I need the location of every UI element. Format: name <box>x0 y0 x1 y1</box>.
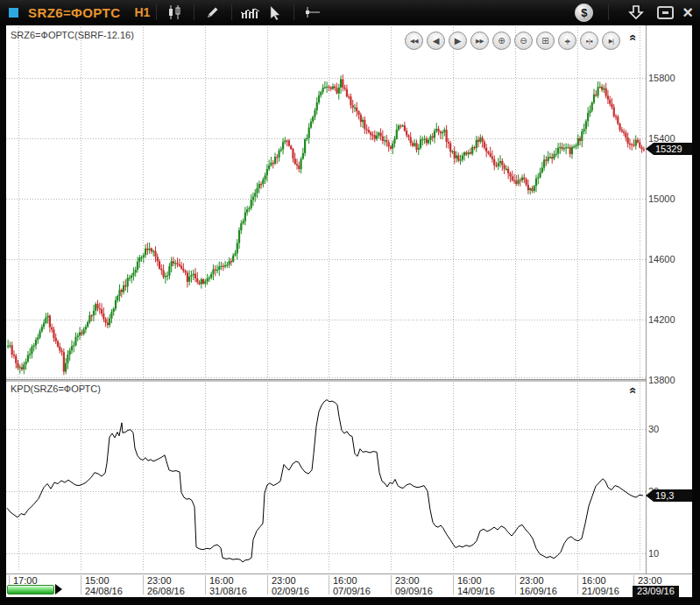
date-label: 09/09/16 <box>395 586 433 596</box>
date-label: 26/08/16 <box>147 586 185 596</box>
date-label: 24/08/16 <box>85 586 123 596</box>
indicator-icon[interactable] <box>238 3 263 22</box>
date-label: 02/09/16 <box>272 586 309 596</box>
chart-nav-toolbar: ◀◀◀▶▶▶⊕⊖⊞◂|▸▸|◂▶| <box>405 32 620 50</box>
price-axis-label: 15000 <box>648 193 675 204</box>
separator <box>608 4 609 20</box>
time-label: 23:00 <box>395 575 420 586</box>
go-to-end-button[interactable]: ▶| <box>602 32 620 50</box>
collapse-kpd-panel-icon[interactable]: » <box>626 387 638 394</box>
kpd-axis-label: 30 <box>648 424 659 434</box>
scroll-right-button[interactable]: ▶ <box>449 32 467 50</box>
time-label: 23:00 <box>638 575 662 586</box>
timeframe-label: H1 <box>134 5 150 19</box>
horizontal-scrollbar-thumb[interactable] <box>7 585 54 594</box>
minimize-icon[interactable] <box>657 6 674 19</box>
compress-scale-button[interactable]: ◂|▸ <box>558 32 576 50</box>
time-label: 23:00 <box>520 575 544 586</box>
chart-window: SRZ6=ФОРТС H1 <box>0 0 700 605</box>
price-axis-label: 14600 <box>648 254 675 264</box>
scroll-fast-right-button[interactable]: ▶▶ <box>470 32 489 50</box>
collapse-main-panel-icon[interactable]: » <box>626 34 638 41</box>
date-label: 16/09/16 <box>520 586 557 596</box>
zoom-in-button[interactable]: ⊕ <box>492 32 511 50</box>
zoom-area-button[interactable]: ⊞ <box>536 32 555 50</box>
zoom-out-button[interactable]: ⊖ <box>514 32 533 50</box>
separator <box>156 4 157 20</box>
time-label: 23:00 <box>272 575 296 586</box>
price-axis-label: 15400 <box>648 133 675 144</box>
cursor-icon[interactable] <box>263 3 287 22</box>
main-chart-label: SRZ6=ФОРТС(SBRF-12.16) <box>11 30 134 40</box>
separator <box>293 4 294 20</box>
titlebar: SRZ6=ФОРТС H1 <box>0 0 700 25</box>
scroll-left-button[interactable]: ◀ <box>427 32 445 50</box>
expand-scale-button[interactable]: ▸|◂ <box>580 32 598 50</box>
instrument-color-square <box>9 8 18 18</box>
close-icon[interactable]: × <box>682 4 693 20</box>
separator <box>194 4 194 20</box>
price-axis-label: 13800 <box>648 375 675 385</box>
chart-type-icon[interactable] <box>163 3 187 22</box>
date-label: 07/09/16 <box>333 586 371 596</box>
current-date-label: 23/09/16 <box>633 586 679 597</box>
levels-icon[interactable] <box>301 3 325 22</box>
money-icon[interactable]: $ <box>575 4 593 22</box>
time-label: 16:00 <box>209 575 234 586</box>
scroll-fast-left-button[interactable]: ◀◀ <box>405 32 423 50</box>
chart-canvas[interactable] <box>6 25 692 597</box>
separator <box>231 4 232 20</box>
date-label: 14/09/16 <box>457 586 495 596</box>
kpd-last-value-badge: 19,3 <box>646 489 692 502</box>
download-arrow-icon[interactable] <box>624 3 648 22</box>
last-price-badge: 15329 <box>646 143 692 155</box>
time-label: 16:00 <box>582 575 606 586</box>
time-label: 16:00 <box>457 575 482 586</box>
chart-client-area: SRZ6=ФОРТС(SBRF-12.16) KPD(SRZ6=ФОРТС) ◀… <box>6 25 692 597</box>
kpd-axis-label: 10 <box>648 548 659 559</box>
kpd-indicator-label: KPD(SRZ6=ФОРТС) <box>11 383 101 394</box>
price-axis-label: 14200 <box>648 314 675 325</box>
draw-pencil-icon[interactable] <box>201 3 225 22</box>
time-label: 15:00 <box>85 575 110 586</box>
price-axis-label: 15800 <box>648 73 675 83</box>
instrument-title: SRZ6=ФОРТС <box>28 5 120 20</box>
date-label: 21/09/16 <box>582 586 619 596</box>
date-label: 31/08/16 <box>209 586 247 596</box>
time-label: 16:00 <box>333 575 357 586</box>
time-label: 23:00 <box>147 575 172 586</box>
scrollbar-arrow-icon <box>55 584 62 594</box>
